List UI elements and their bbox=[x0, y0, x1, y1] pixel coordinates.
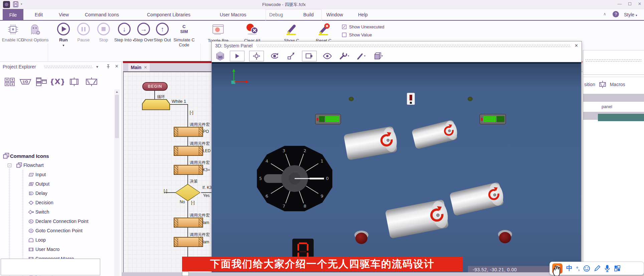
menu-view[interactable]: View bbox=[57, 11, 70, 18]
menu-window[interactable]: Window bbox=[325, 11, 344, 18]
pan-tool-button[interactable] bbox=[249, 51, 264, 61]
menu-help[interactable]: Help bbox=[357, 11, 369, 18]
explorer-scrollbar[interactable]: ▲ ▼ bbox=[114, 89, 120, 276]
panel3d-close-icon[interactable]: ✕ bbox=[575, 43, 578, 48]
macro-chip-icon[interactable] bbox=[67, 77, 81, 86]
menu-user-macros[interactable]: User Macros bbox=[218, 11, 248, 18]
flow-component-macro-node[interactable] bbox=[174, 127, 203, 137]
ribbon-collapse-icon[interactable]: ∧ bbox=[603, 12, 606, 16]
menu-component-libraries[interactable]: Component Libraries bbox=[146, 11, 192, 18]
menu-edit[interactable]: Edit bbox=[33, 11, 44, 18]
visibility-button[interactable] bbox=[321, 51, 333, 61]
enable-icd-button[interactable]: Enable ICD bbox=[3, 23, 23, 37]
tree-item-output[interactable]: Output bbox=[0, 179, 114, 189]
right-dock-row-panel[interactable]: panel bbox=[583, 102, 644, 111]
grid-add-icon[interactable] bbox=[4, 77, 15, 86]
pause-button[interactable]: Pause bbox=[76, 23, 91, 35]
motor-component[interactable] bbox=[385, 199, 449, 239]
component-chip-icon[interactable] bbox=[84, 77, 99, 86]
flow-component-macro-node[interactable] bbox=[174, 218, 203, 228]
menu-file[interactable]: File bbox=[3, 9, 23, 21]
paint-dropdown-button[interactable]: ▾ bbox=[355, 51, 367, 61]
panel3d-drag-handle[interactable] bbox=[257, 45, 571, 47]
run-simulation-button[interactable] bbox=[230, 51, 245, 61]
lamp-component[interactable] bbox=[499, 232, 511, 243]
simulate-c-code-button[interactable]: CSIM Simulate C Code bbox=[172, 23, 196, 34]
ime-panel-grid-icon[interactable] bbox=[614, 265, 621, 272]
tree-item-input[interactable]: Input bbox=[0, 170, 114, 179]
led-bar-component[interactable] bbox=[315, 114, 341, 124]
macros-button[interactable]: Macros bbox=[610, 82, 625, 87]
flow-component-macro-node[interactable] bbox=[174, 237, 203, 247]
menu-command-icons[interactable]: Command Icons bbox=[84, 11, 120, 18]
run-button[interactable]: Run▾ bbox=[56, 23, 71, 35]
orbit-tool-button[interactable] bbox=[269, 51, 281, 61]
tab-main[interactable]: Main✕ bbox=[128, 63, 150, 71]
style-dropdown[interactable]: Style ▾ bbox=[623, 11, 639, 18]
microphone-icon[interactable] bbox=[604, 265, 610, 272]
tree-item-switch[interactable]: Switch bbox=[0, 207, 114, 217]
tab-close-icon[interactable]: ✕ bbox=[144, 65, 147, 70]
restore-button[interactable] bbox=[625, 1, 634, 6]
toggle-breakpoint-button[interactable]: Toggle Bre bbox=[210, 23, 226, 36]
panel-menu-icon[interactable]: ▾ bbox=[96, 64, 98, 69]
reset-code-button[interactable]: Reset C bbox=[315, 23, 332, 36]
component-dot[interactable] bbox=[349, 97, 354, 101]
scene-3d[interactable]: 0 1 2 3 4 5 6 7 8 9 bbox=[212, 62, 581, 275]
stop-button[interactable]: Stop bbox=[96, 23, 111, 35]
menu-debug[interactable]: Debug bbox=[268, 11, 284, 18]
rotary-dial-component[interactable]: 0 1 2 3 4 5 6 7 8 9 bbox=[255, 144, 335, 214]
show-value-checkbox[interactable]: Show Value bbox=[342, 32, 372, 37]
show-code-button[interactable]: Show C bbox=[283, 23, 300, 36]
minimize-button[interactable]: — bbox=[615, 1, 624, 6]
panel3d-title-bar[interactable]: 3D: System Panel ✕ bbox=[212, 41, 582, 50]
scroll-up-icon[interactable]: ▲ bbox=[114, 90, 120, 93]
handwriting-icon[interactable] bbox=[594, 265, 601, 272]
clear-all-breakpoints-button[interactable]: Clear All bbox=[244, 23, 261, 36]
io-icon[interactable]: I/O bbox=[19, 77, 32, 86]
expression-icon[interactable]: {X} bbox=[51, 77, 64, 86]
ime-punctuation-icon[interactable]: °, bbox=[576, 266, 580, 271]
panel-drag-handle[interactable] bbox=[44, 66, 93, 68]
tree-item-declare-connection-point[interactable]: A: Declare Connection Point bbox=[0, 217, 114, 226]
scale-tool-button[interactable] bbox=[285, 51, 297, 61]
flow-begin-node[interactable]: BEGIN bbox=[142, 82, 168, 91]
close-button[interactable]: ✕ bbox=[635, 1, 644, 6]
pin-icon[interactable] bbox=[106, 64, 110, 69]
tree-item-user-macro[interactable]: User Macro bbox=[0, 245, 114, 254]
tree-item-flowchart[interactable]: Flowchart bbox=[0, 161, 114, 170]
windows-icon[interactable] bbox=[35, 77, 47, 86]
scrollbar-thumb[interactable] bbox=[115, 95, 119, 138]
panel-close-icon[interactable]: ✕ bbox=[115, 64, 119, 69]
tree-item-goto-connection-point[interactable]: A Goto Connection Point bbox=[0, 226, 114, 235]
panel-drag-handle[interactable] bbox=[586, 59, 642, 62]
sensor-component[interactable] bbox=[407, 93, 415, 105]
menu-build[interactable]: Build bbox=[302, 11, 315, 18]
flow-collapse-marker[interactable]: [-] bbox=[190, 110, 193, 115]
ime-language-icon[interactable]: 中 bbox=[566, 264, 573, 273]
tools-dropdown-button[interactable]: ▾ bbox=[338, 51, 350, 61]
tree-item-decision[interactable]: Decision bbox=[0, 198, 114, 207]
show-unexecuted-checkbox[interactable]: ✓ Show Unexecuted bbox=[342, 24, 384, 29]
shape-dropdown-button[interactable]: ▾ bbox=[371, 51, 383, 61]
flow-collapse-marker[interactable]: [-] bbox=[164, 189, 167, 193]
tree-item-command-icons[interactable]: Command Icons bbox=[0, 151, 114, 161]
help-icon[interactable]: ? bbox=[613, 11, 619, 17]
flow-component-macro-node[interactable] bbox=[174, 165, 203, 175]
flow-collapse-marker[interactable]: [-] bbox=[191, 200, 195, 205]
zoom-region-button[interactable] bbox=[302, 51, 317, 61]
motor-component[interactable] bbox=[412, 119, 458, 149]
step-over-button[interactable]: → Step Over bbox=[136, 23, 152, 35]
step-into-button[interactable]: ↓ Step Into ▾ bbox=[116, 23, 132, 35]
tree-item-delay[interactable]: D Delay bbox=[0, 189, 114, 198]
flow-component-macro-node[interactable] bbox=[174, 146, 203, 156]
component-dot[interactable] bbox=[468, 97, 473, 101]
step-out-button[interactable]: ↑ Step Out bbox=[154, 23, 170, 35]
motor-component[interactable] bbox=[449, 182, 504, 216]
position-button[interactable]: sition bbox=[584, 82, 595, 87]
ime-toolbar[interactable]: S 中 °, bbox=[549, 262, 644, 275]
flow-while-node[interactable] bbox=[142, 99, 170, 110]
led-bar-component[interactable] bbox=[479, 114, 506, 124]
tree-item-loop[interactable]: Loop bbox=[0, 235, 114, 245]
flow-decision-node[interactable] bbox=[175, 184, 200, 201]
